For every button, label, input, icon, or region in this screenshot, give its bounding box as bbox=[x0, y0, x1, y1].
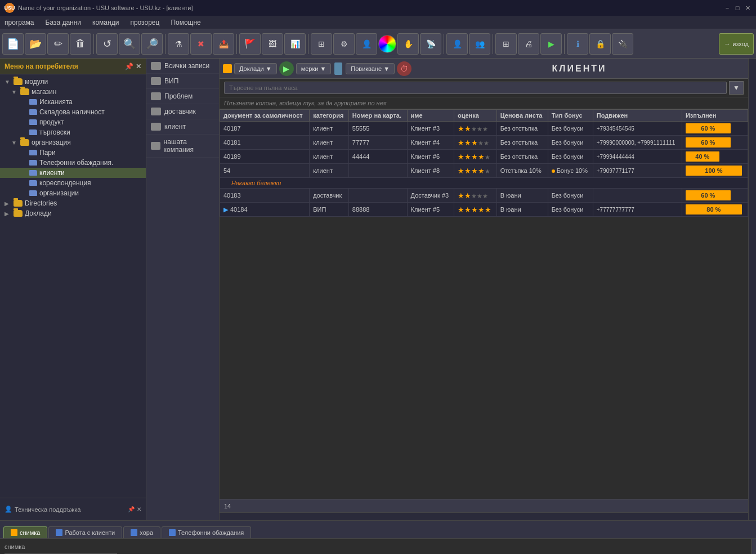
group-button[interactable]: 👥 bbox=[469, 33, 490, 55]
tab-snimka[interactable]: снимка bbox=[3, 526, 47, 538]
search-button[interactable]: 🔍 bbox=[119, 33, 140, 55]
info-button[interactable]: ℹ bbox=[567, 33, 588, 55]
measures-play-button[interactable]: ▶ bbox=[279, 61, 294, 76]
refresh-button[interactable]: ↺ bbox=[96, 33, 118, 55]
sidebar-item-organizaciya[interactable]: ▼ организация bbox=[0, 137, 146, 148]
print-button[interactable]: 🖨 bbox=[518, 33, 539, 55]
plug-button[interactable]: 🔌 bbox=[612, 33, 633, 55]
sidebar-bottom-close[interactable]: ✕ bbox=[137, 506, 141, 512]
user-button[interactable]: 👤 bbox=[356, 33, 377, 55]
sidebar-item-magazin[interactable]: ▼ магазин bbox=[0, 87, 146, 97]
col-cat[interactable]: категория bbox=[310, 110, 349, 122]
panel-resize-handle[interactable]: ⋮ bbox=[751, 539, 756, 554]
grid-button[interactable]: ⊞ bbox=[311, 33, 332, 55]
open-button[interactable]: 📂 bbox=[25, 33, 46, 55]
vertical-scrollbar[interactable] bbox=[748, 59, 756, 520]
search-input[interactable] bbox=[224, 82, 727, 94]
sidebar-item-iskaniyata[interactable]: Исканията bbox=[0, 97, 146, 107]
edit-button[interactable]: ✏ bbox=[47, 33, 69, 55]
person-button[interactable]: 👤 bbox=[446, 33, 468, 55]
app-logo: USU bbox=[5, 3, 15, 13]
table-row[interactable]: ▶40184 bbox=[220, 203, 310, 217]
delete-button[interactable]: 🗑 bbox=[70, 33, 91, 55]
col-name[interactable]: име bbox=[407, 110, 454, 122]
menu-bazadanni[interactable]: База данни bbox=[43, 17, 84, 28]
subpanel-item-problem[interactable]: Проблем bbox=[146, 89, 219, 104]
image-button[interactable]: 🖼 bbox=[262, 33, 283, 55]
sidebar-item-targovksi[interactable]: търговски bbox=[0, 127, 146, 137]
horizontal-scrollbar[interactable] bbox=[220, 512, 748, 520]
sidebar-item-pari[interactable]: Пари bbox=[0, 148, 146, 158]
sidebar-item-produkt[interactable]: продукт bbox=[0, 117, 146, 127]
table-row[interactable]: 40189 bbox=[220, 150, 310, 164]
clear-filter-button[interactable]: ✖ bbox=[190, 33, 212, 55]
find-button[interactable]: 🔎 bbox=[141, 33, 163, 55]
table2-button[interactable]: ⊞ bbox=[495, 33, 517, 55]
col-bonus[interactable]: Тип бонус bbox=[548, 110, 593, 122]
col-phone[interactable]: Подвижен bbox=[593, 110, 682, 122]
table-row[interactable]: 54 bbox=[220, 164, 310, 178]
sidebar-item-organizacii[interactable]: организации bbox=[0, 188, 146, 198]
play-button[interactable]: ▶ bbox=[540, 33, 562, 55]
excel-button[interactable]: 📊 bbox=[284, 33, 306, 55]
col-card[interactable]: Номер на карта. bbox=[348, 110, 407, 122]
table-row: +79345454545 bbox=[593, 122, 682, 136]
menu-pomoshne[interactable]: Помощне bbox=[168, 17, 203, 28]
tab-telefon[interactable]: Телефонни обаждания bbox=[162, 526, 251, 538]
sidebar-item-telefon[interactable]: Телефонни обаждания. bbox=[0, 158, 146, 168]
subpanel-item-dostavchik[interactable]: доставчик bbox=[146, 104, 219, 119]
tab-rabota-label: Работа с клиенти bbox=[65, 529, 115, 536]
search-dropdown-button[interactable]: ▼ bbox=[729, 81, 744, 95]
settings-button[interactable]: ⚙ bbox=[333, 33, 355, 55]
table-footer: 14 bbox=[220, 499, 748, 512]
table-row[interactable]: 40181 bbox=[220, 136, 310, 150]
color-button[interactable] bbox=[378, 35, 396, 53]
table-row: Клиент #5 bbox=[407, 203, 454, 217]
rss-button[interactable]: 📡 bbox=[420, 33, 441, 55]
sidebar-pin-icon[interactable]: 📌 bbox=[125, 62, 133, 70]
hand-button[interactable]: ✋ bbox=[397, 33, 419, 55]
subpanel-item-all[interactable]: Всички записи bbox=[146, 59, 219, 74]
sidebar-item-klienti[interactable]: клиенти bbox=[0, 168, 146, 178]
subpanel-item-vip[interactable]: ВИП bbox=[146, 74, 219, 89]
sidebar-item-directories[interactable]: ▶ Directories bbox=[0, 198, 146, 208]
table-row: клиент bbox=[310, 136, 349, 150]
sidebar-item-label: Доклади bbox=[25, 209, 52, 217]
sidebar-item-dokladi[interactable]: ▶ Доклади bbox=[0, 208, 146, 218]
tab-hora[interactable]: хора bbox=[123, 526, 160, 538]
measures-button[interactable]: мерки ▼ bbox=[296, 63, 332, 74]
sidebar-bottom-pin[interactable]: 📌 bbox=[128, 506, 135, 512]
record-count: 14 bbox=[224, 503, 231, 510]
subpanel-item-nashata[interactable]: нашата компания bbox=[146, 135, 219, 158]
new-button[interactable]: 📄 bbox=[2, 33, 24, 55]
table-row: 80 % bbox=[682, 203, 748, 217]
calling-button[interactable]: Повикване ▼ bbox=[346, 63, 395, 74]
sidebar-close-icon[interactable]: ✕ bbox=[136, 62, 141, 70]
sidebar-item-moduli[interactable]: ▼ модули bbox=[0, 77, 146, 87]
table-row[interactable]: 40187 bbox=[220, 122, 310, 136]
tab-rabota[interactable]: Работа с клиенти bbox=[48, 526, 122, 538]
timer-button[interactable]: ⏱ bbox=[397, 61, 411, 76]
table-row[interactable]: 40183 bbox=[220, 189, 310, 203]
filter-button[interactable]: ⚗ bbox=[168, 33, 189, 55]
minimize-button[interactable]: − bbox=[723, 4, 731, 12]
izxod-button[interactable]: → изход bbox=[719, 33, 754, 55]
col-id[interactable]: документ за самоличност bbox=[220, 110, 310, 122]
col-progress[interactable]: Изпълнен bbox=[682, 110, 748, 122]
toolbar-separator-7 bbox=[564, 34, 565, 54]
reports-button[interactable]: Доклади ▼ bbox=[234, 63, 277, 74]
export-button[interactable]: 📤 bbox=[213, 33, 234, 55]
flag-button[interactable]: 🚩 bbox=[239, 33, 261, 55]
menu-programa[interactable]: програма bbox=[2, 17, 37, 28]
close-button[interactable]: ✕ bbox=[744, 4, 751, 12]
menu-komandi[interactable]: команди bbox=[90, 17, 121, 28]
lock-button[interactable]: 🔒 bbox=[589, 33, 611, 55]
sidebar-item-korespondenciya[interactable]: кореспонденция bbox=[0, 178, 146, 188]
sidebar-item-skladova[interactable]: Складова наличност bbox=[0, 107, 146, 117]
subpanel-item-klient[interactable]: клиент bbox=[146, 119, 219, 135]
maximize-button[interactable]: □ bbox=[733, 4, 741, 12]
col-rating[interactable]: оценка bbox=[454, 110, 497, 122]
table-row: +79994444444 bbox=[593, 150, 682, 164]
menu-prozorec[interactable]: прозорец bbox=[128, 17, 162, 28]
col-pricelist[interactable]: Ценова листа bbox=[496, 110, 548, 122]
